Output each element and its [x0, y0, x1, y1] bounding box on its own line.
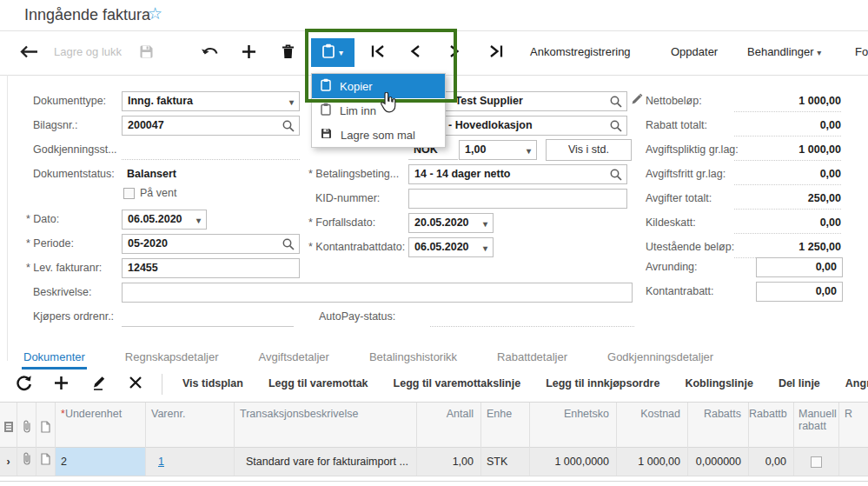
tab-regnskapsdetaljer[interactable]: Regnskapsdetaljer: [123, 348, 221, 369]
bilagsnr-input[interactable]: 200047: [122, 116, 300, 136]
magnifier-icon[interactable]: [610, 169, 622, 184]
first-record-button[interactable]: [368, 40, 388, 66]
lev-fakturanr-input[interactable]: 12455: [122, 258, 300, 278]
header-underenhet[interactable]: *Underenhet: [56, 403, 146, 448]
add-button[interactable]: [241, 40, 256, 66]
menu-item-lim-inn[interactable]: Lim inn: [312, 98, 445, 123]
header-rabattbelop[interactable]: Rabattb: [749, 403, 794, 448]
kontantrabatt-label: Kontantrabatt:: [646, 282, 714, 302]
column-settings-icon: [3, 421, 14, 436]
edit-pencil-icon[interactable]: [631, 93, 643, 109]
periode-value: 05-2020: [128, 237, 168, 250]
save-button[interactable]: [137, 40, 155, 66]
header-transaksjonsbeskrivelse[interactable]: Transaksjonsbeskrivelse: [235, 403, 417, 448]
tab-dokumenter[interactable]: Dokumenter: [22, 348, 87, 369]
pa-vent-checkbox[interactable]: [123, 188, 135, 199]
header-manuell-rabatt[interactable]: Manuell rabatt: [794, 403, 839, 448]
next-record-button[interactable]: [447, 40, 462, 66]
varenr-link[interactable]: 1: [158, 456, 164, 468]
edit-row-button[interactable]: [92, 375, 107, 394]
header-enhet[interactable]: Enhe: [481, 403, 530, 448]
header-varenr[interactable]: Varenr.: [146, 403, 235, 448]
koblingslinje-button[interactable]: Koblingslinje: [685, 377, 752, 389]
avrunding-label: Avrunding:: [646, 257, 698, 277]
oppdater-button[interactable]: Oppdater: [671, 45, 718, 58]
periode-label: * Periode:: [26, 234, 74, 254]
cell-underenhet[interactable]: 2: [56, 448, 146, 476]
back-arrow-icon: [20, 45, 38, 62]
kontantrabattdato-datepicker[interactable]: 06.05.2020 ▾: [408, 237, 494, 257]
overflow-toolbar-label[interactable]: Fo: [855, 45, 868, 58]
menu-item-lagre-som-mal[interactable]: Lagre som mal: [312, 123, 445, 147]
tab-avgiftsdetaljer[interactable]: Avgiftsdetaljer: [257, 348, 331, 369]
cell-enhetskostnad[interactable]: 1 000,0000: [530, 448, 617, 476]
cell-varenr[interactable]: 1: [146, 448, 235, 476]
dokumenttype-select[interactable]: Inng. faktura ▾: [122, 91, 300, 111]
cell-rabattsats[interactable]: 0,000000: [688, 448, 749, 476]
kontantrabatt-input[interactable]: 0,00: [756, 282, 843, 302]
vis-i-std-button[interactable]: Vis i std.: [546, 139, 632, 161]
manuell-rabatt-checkbox[interactable]: [811, 456, 822, 468]
periode-input[interactable]: 05-2020: [122, 234, 300, 254]
del-linje-button[interactable]: Del linje: [779, 377, 820, 389]
header-enhetskostnad[interactable]: Enhetsko: [530, 403, 617, 448]
legg-til-innkjopsordre-button[interactable]: Legg til innkjøpsordre: [546, 377, 659, 389]
dato-value: 06.05.2020: [128, 213, 182, 225]
clipboard-dropdown-button[interactable]: ▾: [311, 38, 354, 67]
row-attachments-cell[interactable]: [17, 448, 36, 476]
magnifier-icon[interactable]: [282, 238, 295, 254]
header-kostnad[interactable]: Kostnad: [617, 403, 688, 448]
betalingsbetingelser-input[interactable]: 14 - 14 dager netto: [408, 164, 627, 184]
refresh-button[interactable]: [16, 375, 32, 395]
ankomstregistrering-button[interactable]: Ankomstregistrering: [530, 45, 631, 58]
legg-til-varemottakslinje-button[interactable]: Legg til varemottakslinje: [394, 377, 521, 389]
beskrivelse-input[interactable]: [122, 283, 633, 303]
kid-nummer-input[interactable]: [408, 189, 627, 209]
row-selector[interactable]: ›: [0, 448, 17, 476]
notes-column-header[interactable]: [36, 403, 56, 448]
cell-beskrivelse[interactable]: Standard vare for fakturaimport ...: [235, 448, 417, 476]
header-antall[interactable]: Antall: [417, 403, 481, 448]
tab-godkjenningsdetaljer[interactable]: Godkjenningsdetaljer: [606, 348, 715, 369]
cell-rabattbelop[interactable]: 0,00: [749, 448, 794, 476]
tab-rabattdetaljer[interactable]: Rabattdetaljer: [495, 348, 569, 369]
table-row[interactable]: › 2 1 Standard vare for fakturaimport ..…: [0, 448, 868, 476]
forfallsdato-datepicker[interactable]: 20.05.2020 ▾: [408, 213, 494, 233]
magnifier-icon[interactable]: [610, 96, 622, 111]
row-notes-cell[interactable]: [36, 448, 56, 476]
column-settings-header[interactable]: [0, 403, 17, 448]
delete-button[interactable]: [280, 40, 295, 66]
cell-antall[interactable]: 1,00: [417, 448, 481, 476]
magnifier-icon[interactable]: [282, 120, 295, 136]
behandlinger-menu-button[interactable]: Behandlinger ▾: [747, 45, 821, 58]
kurs-select[interactable]: 1,00 ▾: [459, 140, 537, 160]
pa-vent-label: På vent: [140, 183, 176, 203]
save-and-close-button[interactable]: Lagre og lukk: [54, 45, 122, 58]
vis-tidsplan-button[interactable]: Vis tidsplan: [182, 377, 243, 389]
header-rabattsats[interactable]: Rabatts: [688, 403, 749, 448]
attachments-column-header[interactable]: [17, 403, 36, 448]
undo-button[interactable]: [200, 40, 221, 66]
add-row-button[interactable]: [54, 376, 69, 394]
legg-til-varemottak-button[interactable]: Legg til varemottak: [268, 377, 368, 389]
last-record-button[interactable]: [487, 40, 506, 66]
header-clipped[interactable]: R: [839, 403, 868, 448]
godkjenningsstatus-label: Godkjenningsst...: [33, 140, 117, 160]
avgiftspliktig-value: 1 000,00: [734, 140, 841, 161]
cell-kostnad[interactable]: 1 000,00: [617, 448, 688, 476]
magnifier-icon[interactable]: [610, 120, 622, 136]
menu-item-label: Kopier: [340, 80, 373, 93]
favorite-star-icon[interactable]: ☆: [148, 3, 162, 23]
cell-enhet[interactable]: STK: [481, 448, 530, 476]
delete-row-button[interactable]: [129, 376, 142, 393]
dato-datepicker[interactable]: 06.05.2020 ▾: [122, 210, 207, 230]
menu-item-kopier[interactable]: Kopier: [312, 74, 445, 98]
back-button[interactable]: [17, 40, 40, 66]
incoming-invoice-screen: Inngående faktura ☆ Lagre og lukk ▾ Anko…: [0, 0, 868, 486]
tab-betalingshistorikk[interactable]: Betalingshistorikk: [368, 348, 459, 369]
kjopers-ordrenr-value[interactable]: [122, 307, 294, 327]
angre-deling-av-linje-button[interactable]: Angre deling av linje: [845, 377, 868, 389]
previous-record-button[interactable]: [407, 40, 422, 66]
title-divider: [0, 30, 868, 31]
avrunding-input[interactable]: 0,00: [756, 257, 843, 277]
